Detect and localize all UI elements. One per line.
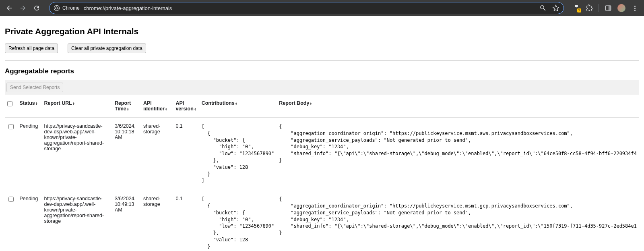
table-header-row: Status▲▼ Report URL▲▼ Report Time▲▼ API … [5,95,639,118]
toolbar-right: 1 [570,4,641,12]
omnibox-scheme-label: Chrome [62,5,80,11]
svg-point-1 [56,7,58,9]
contributions-code: [ { "bucket": { "high": "0", "low": "123… [202,123,275,184]
chrome-icon [54,5,60,11]
table-row: Pendinghttps://privacy-sandcastle-dev-ds… [5,118,639,190]
extension-item-icon[interactable]: 1 [573,4,580,12]
back-icon[interactable] [6,4,13,12]
cell-report-time: 3/6/2024, 10:10:18 AM [112,118,141,190]
cell-api-version: 0.1 [173,190,199,251]
toolbar-divider [599,4,599,12]
sort-icon: ▲▼ [235,102,237,105]
omnibox-actions [539,4,559,12]
cell-contributions: [ { "bucket": { "high": "0", "low": "123… [199,190,277,251]
svg-rect-3 [609,6,611,10]
address-bar[interactable]: Chrome chrome://private-aggregation-inte… [49,2,564,14]
omnibox-url: chrome://private-aggregation-internals [84,5,535,11]
forward-icon [19,4,27,12]
refresh-button[interactable]: Refresh all page data [5,44,58,53]
report-body-code: { "aggregation_coordinator_origin": "htt… [279,196,637,236]
header-api-identifier[interactable]: API identifier▲▼ [141,95,173,118]
sort-icon: ▲▼ [35,102,38,105]
extension-badge: 1 [577,8,581,12]
page-title: Private Aggregation API Internals [5,21,639,44]
row-checkbox[interactable] [8,124,14,129]
cell-report-url: https://privacy-sandcastle-dev-dsp.web.a… [41,118,112,190]
browser-toolbar: Chrome chrome://private-aggregation-inte… [0,0,644,16]
cell-contributions: [ { "bucket": { "high": "0", "low": "123… [199,118,277,190]
kebab-menu-icon[interactable] [631,4,638,12]
nav-arrows [3,4,43,12]
cell-status: Pending [17,190,42,251]
zoom-icon[interactable] [539,4,547,12]
sort-icon: ▲▼ [310,102,312,105]
report-body-code: { "aggregation_coordinator_origin": "htt… [279,123,637,164]
header-api-version[interactable]: API version▲▼ [173,95,199,118]
section-toolbar: Send Selected Reports [5,80,639,95]
action-row: Refresh all page data Clear all private … [5,44,639,61]
clear-button[interactable]: Clear all private aggregation data [68,44,146,53]
cell-status: Pending [17,118,42,190]
side-panel-icon[interactable] [605,4,612,12]
header-report-body[interactable]: Report Body▲▼ [277,95,639,118]
cell-report-body: { "aggregation_coordinator_origin": "htt… [277,118,639,190]
sort-icon: ▲▼ [194,108,196,111]
header-report-time[interactable]: Report Time▲▼ [112,95,141,118]
row-checkbox-cell [5,118,17,190]
section-title: Aggregatable reports [5,61,639,80]
cell-api-identifier: shared-storage [141,118,173,190]
cell-report-url: https://privacy-sandcastle-dev-dsp.web.a… [41,190,112,251]
table-row: Pendinghttps://privacy-sandcastle-dev-ds… [5,190,639,251]
row-checkbox[interactable] [8,197,14,202]
extensions-icon[interactable] [586,4,593,12]
cell-report-body: { "aggregation_coordinator_origin": "htt… [277,190,639,251]
select-all-checkbox[interactable] [7,101,12,106]
contributions-code: [ { "bucket": { "high": "0", "low": "123… [202,196,275,251]
sort-icon: ▲▼ [165,108,167,111]
sort-icon: ▲▼ [72,102,75,105]
cell-api-identifier: shared-storage [141,190,173,251]
row-checkbox-cell [5,190,17,251]
page-content: Private Aggregation API Internals Refres… [0,16,644,251]
sort-icon: ▲▼ [127,108,129,111]
reload-icon[interactable] [33,4,40,12]
profile-avatar[interactable] [617,4,625,12]
header-status[interactable]: Status▲▼ [17,95,42,118]
cell-api-version: 0.1 [173,118,199,190]
header-contributions[interactable]: Contributions▲▼ [199,95,277,118]
send-selected-button: Send Selected Reports [6,83,63,92]
header-checkbox-cell [5,95,17,118]
omnibox-scheme-chip: Chrome [54,5,80,11]
bookmark-star-icon[interactable] [552,4,559,12]
cell-report-time: 3/6/2024, 10:49:13 AM [112,190,141,251]
header-report-url[interactable]: Report URL▲▼ [41,95,112,118]
reports-table: Status▲▼ Report URL▲▼ Report Time▲▼ API … [5,95,639,251]
